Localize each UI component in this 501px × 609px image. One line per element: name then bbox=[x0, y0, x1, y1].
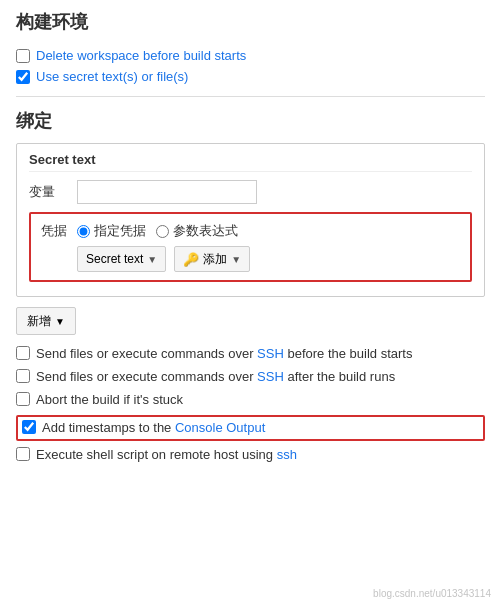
delete-workspace-row: Delete workspace before build starts bbox=[16, 48, 485, 63]
secret-card: Secret text 变量 凭据 指定凭据 参数表达式 bbox=[16, 143, 485, 297]
new-arrow-icon: ▼ bbox=[55, 316, 65, 327]
send-before-checkbox[interactable] bbox=[16, 346, 30, 360]
specify-radio-item: 指定凭据 bbox=[77, 222, 146, 240]
delete-workspace-label[interactable]: Delete workspace before build starts bbox=[36, 48, 246, 63]
param-expr-radio[interactable] bbox=[156, 225, 169, 238]
section-divider bbox=[16, 96, 485, 97]
build-env-section: 构建环境 Delete workspace before build start… bbox=[16, 10, 485, 84]
execute-shell-row: Execute shell script on remote host usin… bbox=[16, 446, 485, 464]
abort-stuck-row: Abort the build if it's stuck bbox=[16, 391, 485, 409]
add-label: 添加 bbox=[203, 251, 227, 268]
credentials-label: 凭据 bbox=[41, 222, 71, 240]
use-secret-label[interactable]: Use secret text(s) or file(s) bbox=[36, 69, 188, 84]
new-button-label: 新增 bbox=[27, 313, 51, 330]
add-timestamps-row: Add timestamps to the Console Output bbox=[16, 415, 485, 441]
bind-title: 绑定 bbox=[16, 109, 485, 133]
ssh-link-1[interactable]: SSH bbox=[257, 346, 284, 361]
key-icon: 🔑 bbox=[183, 252, 199, 267]
secret-text-select-label: Secret text bbox=[86, 252, 143, 266]
execute-shell-label[interactable]: Execute shell script on remote host usin… bbox=[36, 446, 297, 464]
specify-radio[interactable] bbox=[77, 225, 90, 238]
abort-stuck-label[interactable]: Abort the build if it's stuck bbox=[36, 391, 183, 409]
secret-card-header: Secret text bbox=[29, 152, 472, 172]
secret-text-select[interactable]: Secret text ▼ bbox=[77, 246, 166, 272]
delete-workspace-checkbox[interactable] bbox=[16, 49, 30, 63]
variable-input[interactable] bbox=[77, 180, 257, 204]
abort-stuck-checkbox[interactable] bbox=[16, 392, 30, 406]
select-row: Secret text ▼ 🔑 添加 ▼ bbox=[77, 246, 460, 272]
param-expr-radio-item: 参数表达式 bbox=[156, 222, 238, 240]
add-button[interactable]: 🔑 添加 ▼ bbox=[174, 246, 250, 272]
send-before-row: Send files or execute commands over SSH … bbox=[16, 345, 485, 363]
credentials-box: 凭据 指定凭据 参数表达式 Secret text ▼ bbox=[29, 212, 472, 282]
build-env-title: 构建环境 bbox=[16, 10, 485, 38]
radio-group: 指定凭据 参数表达式 bbox=[77, 222, 238, 240]
use-secret-row: Use secret text(s) or file(s) bbox=[16, 69, 485, 84]
variable-row: 变量 bbox=[29, 180, 472, 204]
select-arrow-icon: ▼ bbox=[147, 254, 157, 265]
add-arrow-icon: ▼ bbox=[231, 254, 241, 265]
send-after-row: Send files or execute commands over SSH … bbox=[16, 368, 485, 386]
ssh-link-2[interactable]: SSH bbox=[257, 369, 284, 384]
specify-label[interactable]: 指定凭据 bbox=[94, 222, 146, 240]
variable-label: 变量 bbox=[29, 183, 69, 201]
new-button[interactable]: 新增 ▼ bbox=[16, 307, 76, 335]
execute-shell-checkbox[interactable] bbox=[16, 447, 30, 461]
send-after-checkbox[interactable] bbox=[16, 369, 30, 383]
console-output-link[interactable]: Console Output bbox=[175, 420, 265, 435]
add-timestamps-label[interactable]: Add timestamps to the Console Output bbox=[42, 419, 265, 437]
send-after-label[interactable]: Send files or execute commands over SSH … bbox=[36, 368, 395, 386]
extra-options-list: Send files or execute commands over SSH … bbox=[16, 345, 485, 464]
ssh-link-3[interactable]: ssh bbox=[277, 447, 297, 462]
credentials-row: 凭据 指定凭据 参数表达式 bbox=[41, 222, 460, 240]
use-secret-checkbox[interactable] bbox=[16, 70, 30, 84]
param-expr-label[interactable]: 参数表达式 bbox=[173, 222, 238, 240]
send-before-label[interactable]: Send files or execute commands over SSH … bbox=[36, 345, 412, 363]
bind-section: 绑定 Secret text 变量 凭据 指定凭据 参数表达式 bbox=[16, 109, 485, 464]
watermark: blog.csdn.net/u013343114 bbox=[373, 588, 491, 599]
add-timestamps-checkbox[interactable] bbox=[22, 420, 36, 434]
